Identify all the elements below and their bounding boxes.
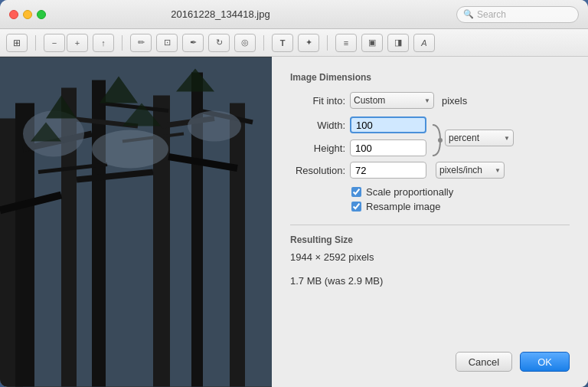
select-icon: ✦ [305, 38, 312, 48]
height-label: Height: [290, 143, 345, 154]
unit-select-container: percent ▼ [445, 116, 514, 159]
unit-label: pixels [442, 95, 467, 107]
fit-select-value: Custom [354, 95, 421, 106]
separator-3 [263, 35, 264, 51]
unit-select[interactable]: percent ▼ [445, 130, 514, 146]
scale-label: Scale proportionally [366, 186, 453, 198]
share-button[interactable]: ↑ [93, 34, 114, 52]
share-icon: ↑ [101, 38, 106, 48]
toolbar: ⊞ − + ↑ ✏ ⊡ ✒ ↻ ◎ T ✦ ≡ ▣ ◨ A [0, 29, 588, 57]
result-title: Resulting Size [290, 234, 570, 245]
dimensions-group: Width: Height: [290, 116, 570, 162]
font-button[interactable]: A [413, 34, 435, 52]
spacer [290, 267, 570, 275]
pencil-button[interactable]: ✏ [130, 34, 152, 52]
rotate-button[interactable]: ↻ [208, 34, 230, 52]
result-dimensions: 1944 × 2592 pixels [290, 251, 570, 263]
fit-label: Fit into: [290, 95, 345, 107]
divider [290, 225, 570, 225]
resolution-unit-select[interactable]: pixels/inch ▼ [436, 162, 505, 179]
text-icon: T [280, 38, 286, 48]
scale-checkbox-row: Scale proportionally [351, 186, 570, 198]
separator-2 [122, 35, 122, 51]
result-section: Resulting Size 1944 × 2592 pixels 1.7 MB… [290, 234, 570, 287]
height-input[interactable] [350, 139, 426, 156]
align-icon: ≡ [344, 38, 348, 48]
image-preview [0, 57, 272, 387]
ok-button[interactable]: OK [520, 352, 570, 372]
svg-rect-7 [230, 103, 245, 387]
resolution-unit-arrow: ▼ [495, 167, 501, 174]
zoom-in-button[interactable]: + [67, 34, 88, 52]
markup-button[interactable]: ✒ [182, 34, 204, 52]
resolution-label: Resolution: [290, 165, 345, 176]
markup-icon: ✒ [190, 38, 197, 48]
nav-buttons: ⊞ [6, 34, 28, 52]
search-bar[interactable]: 🔍 Search [456, 6, 579, 23]
main-area: Image Dimensions Fit into: Custom ▼ pixe… [0, 57, 588, 387]
link-icon [430, 121, 443, 159]
height-row: Height: [290, 139, 426, 156]
rotate-icon: ↻ [216, 38, 223, 48]
zoom-out-button[interactable]: − [44, 34, 65, 52]
color-button[interactable]: ◨ [387, 34, 409, 52]
resolution-input[interactable] [350, 162, 426, 179]
separator-4 [327, 35, 328, 51]
select-button[interactable]: ✦ [298, 34, 319, 52]
crop-icon: ⊡ [164, 38, 171, 48]
color-icon: ◨ [394, 38, 402, 48]
unit-select-arrow: ▼ [504, 135, 510, 142]
svg-point-16 [92, 130, 168, 169]
align-button[interactable]: ≡ [335, 34, 357, 52]
pencil-icon: ✏ [138, 38, 145, 48]
section-title: Image Dimensions [290, 72, 570, 83]
resolution-row: Resolution: pixels/inch ▼ [290, 162, 570, 179]
crop-button[interactable]: ⊡ [156, 34, 178, 52]
sidebar-toggle-button[interactable]: ⊞ [6, 34, 28, 52]
dialog-panel: Image Dimensions Fit into: Custom ▼ pixe… [272, 57, 588, 387]
width-input[interactable] [350, 116, 426, 133]
zoom-out-icon: − [52, 38, 57, 48]
cancel-button[interactable]: Cancel [456, 352, 512, 372]
fit-select-arrow: ▼ [424, 97, 430, 104]
resample-checkbox[interactable] [351, 202, 361, 212]
unit-select-value: percent [449, 133, 501, 143]
svg-point-17 [188, 111, 241, 142]
main-window: 20161228_134418.jpg 🔍 Search ⊞ − + ↑ ✏ ⊡… [0, 0, 588, 387]
separator-1 [35, 35, 36, 51]
sidebar-icon: ⊞ [13, 38, 21, 48]
resample-checkbox-row: Resample image [351, 201, 570, 212]
scale-checkbox[interactable] [351, 187, 361, 197]
resample-label: Resample image [366, 201, 441, 212]
border-icon: ▣ [368, 38, 376, 48]
result-size: 1.7 MB (was 2.9 MB) [290, 275, 570, 287]
zoom-buttons: − + [44, 34, 88, 52]
spotlight-button[interactable]: ◎ [234, 34, 256, 52]
width-row: Width: [290, 116, 426, 133]
font-icon: A [421, 38, 426, 48]
svg-point-26 [438, 138, 443, 143]
zoom-in-icon: + [75, 38, 80, 48]
button-row: Cancel OK [290, 339, 570, 372]
svg-rect-4 [92, 80, 106, 387]
titlebar: 20161228_134418.jpg 🔍 Search [0, 0, 588, 29]
width-label: Width: [290, 120, 345, 131]
fit-into-row: Fit into: Custom ▼ pixels [290, 92, 570, 109]
search-icon: 🔍 [463, 9, 474, 19]
search-placeholder: Search [477, 9, 506, 20]
fit-select[interactable]: Custom ▼ [350, 92, 434, 109]
resolution-unit-value: pixels/inch [439, 165, 492, 175]
border-button[interactable]: ▣ [361, 34, 383, 52]
link-constraint [430, 119, 443, 162]
spotlight-icon: ◎ [241, 38, 249, 48]
text-button[interactable]: T [272, 34, 293, 52]
dimension-inputs: Width: Height: [290, 116, 426, 156]
window-title: 20161228_134418.jpg [0, 8, 450, 20]
